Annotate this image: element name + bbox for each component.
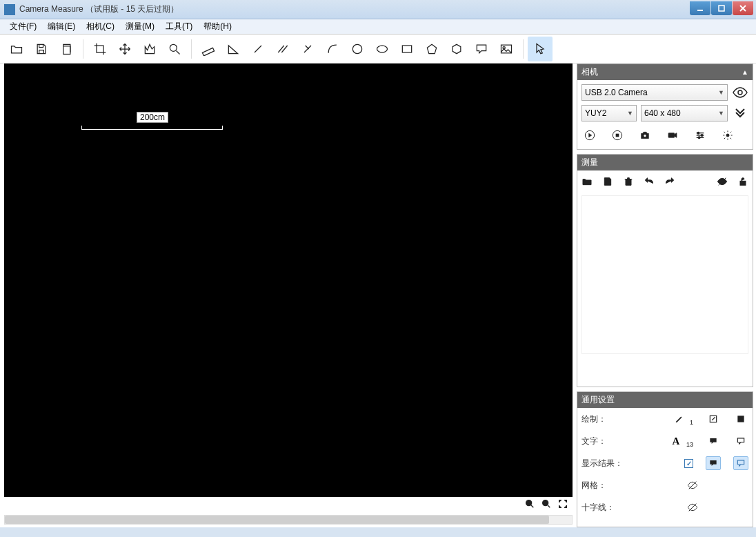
svg-point-13 [352, 44, 361, 53]
camera-panel-header[interactable]: 相机 ▲ [577, 64, 753, 80]
close-button[interactable] [733, 1, 753, 15]
arc-button[interactable] [320, 37, 345, 61]
image-button[interactable] [494, 37, 519, 61]
svg-rect-31 [616, 134, 619, 137]
settings-grid-row: 网格： [581, 478, 748, 492]
minimize-button[interactable] [690, 1, 710, 15]
text-bubble-outline-button[interactable] [733, 434, 748, 448]
text-font-button[interactable]: A [668, 434, 684, 448]
measure-open-button[interactable] [581, 176, 593, 190]
toolbar-separator [83, 39, 83, 59]
open-button[interactable] [4, 37, 29, 61]
record-button[interactable] [666, 128, 679, 142]
camera-resolution-select[interactable]: 640 x 480 ▼ [641, 105, 728, 121]
measure-delete-button[interactable] [623, 176, 634, 190]
rectangle-button[interactable] [395, 37, 419, 61]
annotation-button[interactable] [469, 37, 494, 61]
pointer-button[interactable] [528, 37, 553, 61]
scrollbar-thumb[interactable] [5, 516, 549, 524]
grid-visibility-button[interactable] [685, 478, 700, 492]
dropdown-caret-icon: ▼ [718, 110, 724, 117]
svg-point-32 [644, 135, 646, 137]
draw-size-value: 1 [690, 419, 693, 426]
draw-edit-button[interactable] [706, 412, 721, 426]
copy-button[interactable] [54, 37, 79, 61]
measure-undo-button[interactable] [644, 176, 655, 190]
canvas-controls [4, 497, 573, 514]
menu-tools[interactable]: 工具(T) [160, 19, 198, 34]
pentagon-button[interactable] [419, 37, 444, 61]
crop-button[interactable] [88, 37, 112, 61]
camera-expand-toggle[interactable] [732, 105, 748, 121]
grid-label: 网格： [581, 480, 630, 491]
result-bubble-fill-button[interactable] [706, 456, 721, 470]
result-label: 显示结果： [581, 458, 630, 469]
svg-marker-34 [675, 133, 677, 138]
measurement-label: 200cm [137, 112, 168, 123]
camera-gear-button[interactable] [721, 128, 735, 142]
svg-rect-15 [402, 46, 411, 52]
save-button[interactable] [29, 37, 54, 61]
parallel-lines-button[interactable] [270, 37, 295, 61]
ellipse-button[interactable] [370, 37, 395, 61]
menu-edit[interactable]: 编辑(E) [42, 19, 81, 34]
camera-settings-button[interactable] [693, 128, 707, 142]
menu-camera[interactable]: 相机(C) [81, 19, 120, 34]
crosshair-visibility-button[interactable] [685, 500, 700, 514]
window-controls [690, 4, 756, 15]
point-line-button[interactable] [295, 37, 320, 61]
camera-resolution-value: 640 x 480 [644, 108, 681, 118]
measure-panel-header[interactable]: 测量 [577, 155, 753, 170]
draw-color-button[interactable] [733, 412, 748, 426]
camera-format-value: YUY2 [585, 108, 606, 118]
menu-measure[interactable]: 测量(M) [120, 19, 160, 34]
measure-redo-button[interactable] [664, 176, 675, 190]
measurement-overlay[interactable]: 200cm [81, 126, 223, 130]
toolbar-separator [523, 39, 524, 59]
measure-visibility-button[interactable] [717, 176, 728, 190]
horizontal-scrollbar[interactable] [4, 515, 573, 525]
main-area: 200cm 相机 ▲ USB 2.0 Camera ▼ [0, 64, 756, 527]
zoom-in-button[interactable] [541, 498, 552, 512]
text-bubble-fill-button[interactable] [706, 434, 721, 448]
menu-file[interactable]: 文件(F) [4, 19, 42, 34]
camera-device-value: USB 2.0 Camera [585, 88, 648, 97]
draw-label: 绘制： [581, 413, 630, 425]
camera-format-select[interactable]: YUY2 ▼ [581, 105, 637, 121]
result-bubble-outline-button[interactable] [733, 456, 748, 470]
dropdown-caret-icon: ▼ [718, 89, 724, 96]
bottom-bar [0, 527, 756, 537]
zoom-button[interactable] [162, 37, 187, 61]
polygon-button[interactable] [444, 37, 469, 61]
svg-line-6 [177, 50, 180, 54]
measurement-list[interactable] [581, 195, 748, 354]
maximize-button[interactable] [711, 1, 732, 15]
ruler-button[interactable] [196, 37, 221, 61]
histogram-button[interactable] [137, 37, 162, 61]
camera-canvas[interactable]: 200cm [4, 64, 573, 497]
circle-button[interactable] [345, 37, 370, 61]
camera-device-select[interactable]: USB 2.0 Camera ▼ [581, 84, 728, 101]
stop-button[interactable] [610, 128, 624, 142]
measure-toolbar [581, 175, 748, 191]
svg-marker-16 [427, 44, 436, 53]
snapshot-button[interactable] [638, 128, 652, 142]
move-button[interactable] [112, 37, 137, 61]
zoom-out-button[interactable] [524, 498, 535, 512]
settings-panel-title: 通用设置 [581, 394, 615, 406]
result-checkbox[interactable]: ✓ [684, 459, 693, 468]
line-button[interactable] [246, 37, 270, 61]
camera-preview-toggle[interactable] [732, 84, 748, 101]
measure-save-button[interactable] [602, 176, 613, 190]
play-button[interactable] [583, 128, 597, 142]
menu-help[interactable]: 帮助(H) [198, 19, 237, 34]
svg-marker-17 [452, 44, 461, 53]
svg-rect-43 [740, 181, 746, 185]
svg-point-5 [170, 44, 177, 51]
fullscreen-button[interactable] [557, 498, 568, 512]
angle-button[interactable] [221, 37, 246, 61]
draw-pen-button[interactable] [672, 412, 687, 426]
settings-panel-header[interactable]: 通用设置 [577, 392, 753, 408]
measure-lock-button[interactable] [737, 176, 748, 190]
toolbar-separator [191, 39, 192, 59]
